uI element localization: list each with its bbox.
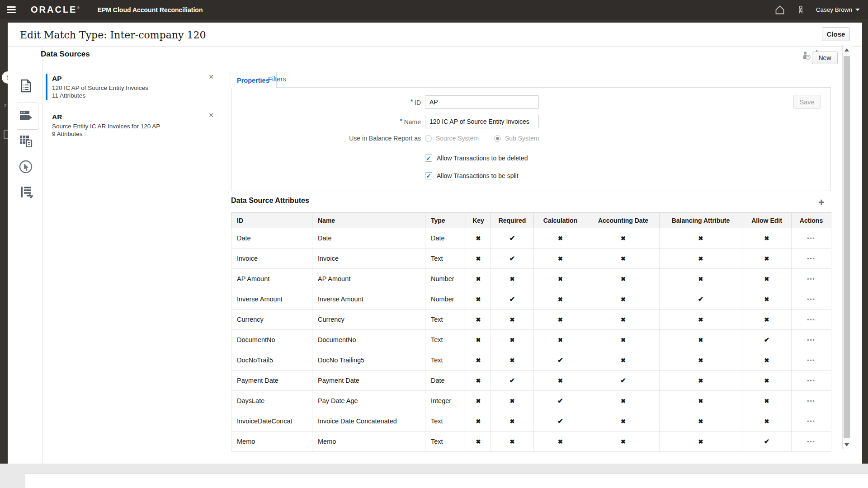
row-actions-menu-button[interactable]: ••• (804, 316, 818, 324)
table-row[interactable]: AP AmountAP AmountNumber✖✖✖✖✖✖••• (231, 269, 831, 289)
row-actions-menu-button[interactable]: ••• (804, 398, 818, 405)
vertical-scrollbar[interactable] (842, 45, 851, 449)
row-actions-menu-button[interactable]: ••• (804, 438, 818, 446)
user-profile-icon[interactable] (795, 5, 806, 15)
close-button[interactable]: Close (822, 27, 850, 41)
row-actions-menu-button[interactable]: ••• (804, 337, 818, 344)
data-sources-icon[interactable] (19, 108, 33, 123)
radio-label: Source System (436, 135, 479, 142)
cell-accounting-date: ✔ (587, 371, 660, 391)
cell-allow-edit: ✖ (742, 350, 792, 371)
accounting-date-cross-icon: ✖ (621, 316, 626, 323)
calculation-cross-icon: ✖ (558, 337, 563, 343)
scrollbar-thumb[interactable] (844, 56, 850, 438)
id-input[interactable] (425, 95, 539, 109)
tab-filters[interactable]: Filters (268, 75, 286, 83)
balancing-attribute-cross-icon: ✖ (698, 235, 703, 242)
cell-required: ✔ (491, 371, 534, 391)
remove-data-source-icon[interactable]: ✕ (208, 73, 214, 80)
cell-allow-edit: ✖ (742, 289, 792, 310)
cell-allow-edit: ✖ (742, 411, 792, 432)
table-row[interactable]: CurrencyCurrencyText✖✖✖✖✖✖••• (231, 310, 831, 330)
calculation-cross-icon: ✖ (558, 255, 563, 262)
table-row[interactable]: DocumentNoDocumentNoText✖✖✖✖✖✔••• (231, 330, 831, 350)
name-input[interactable] (425, 115, 539, 128)
calculation-cross-icon: ✖ (558, 438, 563, 445)
cell-name: Invoice Date Concatenated (312, 411, 425, 432)
scroll-down-arrow[interactable] (843, 440, 851, 449)
table-row[interactable]: Payment DatePayment DateDate✖✔✖✔✖✖••• (231, 371, 831, 391)
radio-label: Sub System (505, 135, 539, 142)
row-actions-menu-button[interactable]: ••• (804, 235, 818, 242)
user-menu[interactable]: Casey Brown (816, 6, 860, 13)
cell-type: Date (425, 371, 466, 391)
accounting-date-check-icon: ✔ (620, 376, 626, 384)
cell-key: ✖ (466, 330, 491, 350)
allow-edit-cross-icon: ✖ (764, 235, 769, 242)
auto-match-icon[interactable] (19, 160, 33, 174)
hamburger-menu-icon[interactable] (7, 6, 16, 13)
cell-allow-edit: ✖ (742, 371, 792, 391)
row-actions-menu-button[interactable]: ••• (804, 357, 818, 364)
allow-edit-cross-icon: ✖ (764, 398, 769, 404)
cell-accounting-date: ✖ (587, 411, 660, 432)
row-actions-menu-button[interactable]: ••• (804, 255, 818, 263)
checkbox[interactable] (425, 155, 432, 162)
new-data-source-button[interactable]: New (812, 52, 838, 64)
add-attribute-icon[interactable]: + (818, 197, 824, 209)
cell-name: AP Amount (312, 269, 425, 289)
radio-sub-system[interactable] (494, 135, 501, 142)
cell-balancing-attribute: ✖ (660, 228, 742, 249)
home-icon[interactable] (774, 5, 785, 15)
cell-id: Invoice (231, 249, 312, 269)
required-cross-icon: ✖ (510, 337, 515, 343)
checkbox[interactable] (425, 172, 432, 179)
cell-required: ✖ (491, 330, 534, 350)
row-actions-menu-button[interactable]: ••• (804, 377, 818, 385)
scroll-up-arrow[interactable] (843, 45, 851, 54)
radio-source-system[interactable] (425, 135, 432, 142)
cell-accounting-date: ✖ (587, 432, 660, 452)
header-separator (8, 46, 862, 47)
match-process-settings-icon[interactable] (19, 185, 33, 199)
cell-key: ✖ (466, 269, 491, 289)
cell-calculation: ✖ (534, 249, 587, 269)
row-actions-menu-button[interactable]: ••• (804, 418, 818, 425)
underlying-page-footer (0, 464, 868, 488)
data-source-id: AP (52, 75, 214, 83)
balancing-attribute-cross-icon: ✖ (698, 377, 703, 384)
cell-required: ✖ (491, 391, 534, 411)
table-row[interactable]: InvoiceInvoiceText✖✔✖✖✖✖••• (231, 249, 831, 269)
data-source-card-ar[interactable]: ARSource Entity IC AR Invoices for 120 A… (46, 112, 214, 138)
table-row[interactable]: Inverse AmountInverse AmountNumber✖✔✖✖✔✖… (231, 289, 831, 310)
cell-balancing-attribute: ✖ (660, 391, 742, 411)
cell-calculation: ✔ (534, 350, 587, 371)
user-assistance-icon[interactable]: ? (802, 51, 811, 61)
match-type-properties-icon[interactable] (19, 79, 33, 93)
cell-type: Integer (425, 391, 466, 411)
cell-calculation: ✖ (534, 289, 587, 310)
table-row[interactable]: DocNoTrail5DocNo Trailing5Text✖✖✔✖✖✖••• (231, 350, 831, 371)
cell-actions: ••• (792, 391, 831, 411)
accounting-date-cross-icon: ✖ (621, 438, 626, 445)
key-cross-icon: ✖ (476, 418, 481, 425)
accounting-date-cross-icon: ✖ (621, 337, 626, 343)
table-row[interactable]: MemoMemoText✖✖✖✖✖✔••• (231, 432, 831, 452)
remove-data-source-icon[interactable]: ✕ (208, 112, 214, 119)
column-header-id: ID (231, 213, 312, 228)
cell-name: DocNo Trailing5 (312, 350, 425, 371)
row-actions-menu-button[interactable]: ••• (804, 276, 818, 283)
cell-name: Currency (312, 310, 425, 330)
cell-key: ✖ (466, 411, 491, 432)
table-row[interactable]: DateDateDate✖✔✖✖✖✖••• (231, 228, 831, 249)
table-row[interactable]: DaysLatePay Date AgeInteger✖✖✔✖✖✖••• (231, 391, 831, 411)
balancing-attribute-cross-icon: ✖ (698, 398, 703, 404)
cell-calculation: ✔ (534, 411, 587, 432)
transaction-matching-icon[interactable] (19, 134, 33, 148)
data-source-card-ap[interactable]: AP120 IC AP of Source Entity Invoices11 … (46, 74, 214, 100)
cell-balancing-attribute: ✖ (660, 330, 742, 350)
balancing-attribute-cross-icon: ✖ (698, 357, 703, 364)
row-actions-menu-button[interactable]: ••• (804, 296, 818, 303)
balance-report-label: Use in Balance Report as (231, 135, 421, 142)
table-row[interactable]: InvoiceDateConcatInvoice Date Concatenat… (231, 411, 831, 432)
